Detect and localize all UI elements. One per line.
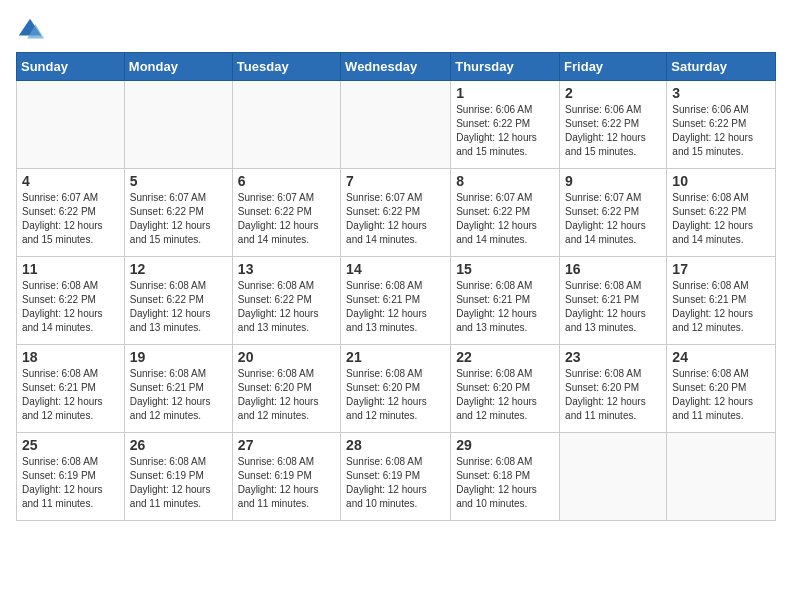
calendar-cell: 22Sunrise: 6:08 AM Sunset: 6:20 PM Dayli… bbox=[451, 345, 560, 433]
day-info: Sunrise: 6:08 AM Sunset: 6:19 PM Dayligh… bbox=[238, 455, 335, 511]
day-info: Sunrise: 6:06 AM Sunset: 6:22 PM Dayligh… bbox=[456, 103, 554, 159]
calendar-cell: 13Sunrise: 6:08 AM Sunset: 6:22 PM Dayli… bbox=[232, 257, 340, 345]
calendar-cell: 5Sunrise: 6:07 AM Sunset: 6:22 PM Daylig… bbox=[124, 169, 232, 257]
calendar-cell: 20Sunrise: 6:08 AM Sunset: 6:20 PM Dayli… bbox=[232, 345, 340, 433]
calendar-cell: 8Sunrise: 6:07 AM Sunset: 6:22 PM Daylig… bbox=[451, 169, 560, 257]
day-info: Sunrise: 6:06 AM Sunset: 6:22 PM Dayligh… bbox=[565, 103, 661, 159]
calendar-cell: 16Sunrise: 6:08 AM Sunset: 6:21 PM Dayli… bbox=[560, 257, 667, 345]
day-number: 22 bbox=[456, 349, 554, 365]
day-number: 4 bbox=[22, 173, 119, 189]
calendar-cell bbox=[341, 81, 451, 169]
day-info: Sunrise: 6:08 AM Sunset: 6:22 PM Dayligh… bbox=[672, 191, 770, 247]
calendar-cell: 19Sunrise: 6:08 AM Sunset: 6:21 PM Dayli… bbox=[124, 345, 232, 433]
day-info: Sunrise: 6:08 AM Sunset: 6:21 PM Dayligh… bbox=[456, 279, 554, 335]
day-info: Sunrise: 6:08 AM Sunset: 6:19 PM Dayligh… bbox=[130, 455, 227, 511]
calendar-week-row: 11Sunrise: 6:08 AM Sunset: 6:22 PM Dayli… bbox=[17, 257, 776, 345]
day-info: Sunrise: 6:07 AM Sunset: 6:22 PM Dayligh… bbox=[565, 191, 661, 247]
day-info: Sunrise: 6:08 AM Sunset: 6:22 PM Dayligh… bbox=[130, 279, 227, 335]
day-info: Sunrise: 6:08 AM Sunset: 6:21 PM Dayligh… bbox=[22, 367, 119, 423]
day-number: 27 bbox=[238, 437, 335, 453]
day-number: 17 bbox=[672, 261, 770, 277]
calendar-cell bbox=[667, 433, 776, 521]
calendar-cell bbox=[124, 81, 232, 169]
day-number: 29 bbox=[456, 437, 554, 453]
calendar-cell: 24Sunrise: 6:08 AM Sunset: 6:20 PM Dayli… bbox=[667, 345, 776, 433]
day-info: Sunrise: 6:08 AM Sunset: 6:21 PM Dayligh… bbox=[565, 279, 661, 335]
calendar-cell: 7Sunrise: 6:07 AM Sunset: 6:22 PM Daylig… bbox=[341, 169, 451, 257]
day-info: Sunrise: 6:08 AM Sunset: 6:20 PM Dayligh… bbox=[565, 367, 661, 423]
calendar-cell: 29Sunrise: 6:08 AM Sunset: 6:18 PM Dayli… bbox=[451, 433, 560, 521]
day-header-wednesday: Wednesday bbox=[341, 53, 451, 81]
day-number: 10 bbox=[672, 173, 770, 189]
day-number: 11 bbox=[22, 261, 119, 277]
calendar-cell: 21Sunrise: 6:08 AM Sunset: 6:20 PM Dayli… bbox=[341, 345, 451, 433]
day-info: Sunrise: 6:08 AM Sunset: 6:22 PM Dayligh… bbox=[22, 279, 119, 335]
day-info: Sunrise: 6:07 AM Sunset: 6:22 PM Dayligh… bbox=[22, 191, 119, 247]
day-header-thursday: Thursday bbox=[451, 53, 560, 81]
day-number: 1 bbox=[456, 85, 554, 101]
day-info: Sunrise: 6:08 AM Sunset: 6:20 PM Dayligh… bbox=[672, 367, 770, 423]
calendar-cell: 10Sunrise: 6:08 AM Sunset: 6:22 PM Dayli… bbox=[667, 169, 776, 257]
day-info: Sunrise: 6:08 AM Sunset: 6:20 PM Dayligh… bbox=[346, 367, 445, 423]
calendar-cell: 11Sunrise: 6:08 AM Sunset: 6:22 PM Dayli… bbox=[17, 257, 125, 345]
day-info: Sunrise: 6:08 AM Sunset: 6:19 PM Dayligh… bbox=[346, 455, 445, 511]
day-info: Sunrise: 6:08 AM Sunset: 6:18 PM Dayligh… bbox=[456, 455, 554, 511]
day-header-friday: Friday bbox=[560, 53, 667, 81]
calendar-cell: 17Sunrise: 6:08 AM Sunset: 6:21 PM Dayli… bbox=[667, 257, 776, 345]
day-number: 6 bbox=[238, 173, 335, 189]
calendar-cell: 12Sunrise: 6:08 AM Sunset: 6:22 PM Dayli… bbox=[124, 257, 232, 345]
day-number: 13 bbox=[238, 261, 335, 277]
day-number: 23 bbox=[565, 349, 661, 365]
calendar-cell: 25Sunrise: 6:08 AM Sunset: 6:19 PM Dayli… bbox=[17, 433, 125, 521]
day-number: 9 bbox=[565, 173, 661, 189]
calendar-header-row: SundayMondayTuesdayWednesdayThursdayFrid… bbox=[17, 53, 776, 81]
day-header-tuesday: Tuesday bbox=[232, 53, 340, 81]
calendar-cell: 28Sunrise: 6:08 AM Sunset: 6:19 PM Dayli… bbox=[341, 433, 451, 521]
day-number: 8 bbox=[456, 173, 554, 189]
logo-icon bbox=[16, 16, 44, 44]
day-header-saturday: Saturday bbox=[667, 53, 776, 81]
day-number: 18 bbox=[22, 349, 119, 365]
day-number: 12 bbox=[130, 261, 227, 277]
calendar-cell: 9Sunrise: 6:07 AM Sunset: 6:22 PM Daylig… bbox=[560, 169, 667, 257]
day-info: Sunrise: 6:07 AM Sunset: 6:22 PM Dayligh… bbox=[456, 191, 554, 247]
day-info: Sunrise: 6:07 AM Sunset: 6:22 PM Dayligh… bbox=[346, 191, 445, 247]
calendar-week-row: 25Sunrise: 6:08 AM Sunset: 6:19 PM Dayli… bbox=[17, 433, 776, 521]
calendar-cell bbox=[560, 433, 667, 521]
calendar-cell: 27Sunrise: 6:08 AM Sunset: 6:19 PM Dayli… bbox=[232, 433, 340, 521]
day-number: 20 bbox=[238, 349, 335, 365]
calendar-cell: 14Sunrise: 6:08 AM Sunset: 6:21 PM Dayli… bbox=[341, 257, 451, 345]
calendar-cell: 1Sunrise: 6:06 AM Sunset: 6:22 PM Daylig… bbox=[451, 81, 560, 169]
calendar-week-row: 4Sunrise: 6:07 AM Sunset: 6:22 PM Daylig… bbox=[17, 169, 776, 257]
calendar-cell: 6Sunrise: 6:07 AM Sunset: 6:22 PM Daylig… bbox=[232, 169, 340, 257]
day-number: 7 bbox=[346, 173, 445, 189]
calendar-cell: 23Sunrise: 6:08 AM Sunset: 6:20 PM Dayli… bbox=[560, 345, 667, 433]
day-info: Sunrise: 6:07 AM Sunset: 6:22 PM Dayligh… bbox=[130, 191, 227, 247]
day-info: Sunrise: 6:08 AM Sunset: 6:22 PM Dayligh… bbox=[238, 279, 335, 335]
calendar-cell: 15Sunrise: 6:08 AM Sunset: 6:21 PM Dayli… bbox=[451, 257, 560, 345]
calendar-cell: 2Sunrise: 6:06 AM Sunset: 6:22 PM Daylig… bbox=[560, 81, 667, 169]
calendar-cell: 26Sunrise: 6:08 AM Sunset: 6:19 PM Dayli… bbox=[124, 433, 232, 521]
day-info: Sunrise: 6:08 AM Sunset: 6:20 PM Dayligh… bbox=[238, 367, 335, 423]
day-info: Sunrise: 6:08 AM Sunset: 6:21 PM Dayligh… bbox=[130, 367, 227, 423]
day-number: 24 bbox=[672, 349, 770, 365]
day-header-monday: Monday bbox=[124, 53, 232, 81]
day-number: 5 bbox=[130, 173, 227, 189]
day-number: 16 bbox=[565, 261, 661, 277]
calendar-cell: 3Sunrise: 6:06 AM Sunset: 6:22 PM Daylig… bbox=[667, 81, 776, 169]
day-number: 3 bbox=[672, 85, 770, 101]
logo bbox=[16, 16, 48, 44]
day-number: 14 bbox=[346, 261, 445, 277]
day-info: Sunrise: 6:08 AM Sunset: 6:20 PM Dayligh… bbox=[456, 367, 554, 423]
calendar-cell bbox=[17, 81, 125, 169]
calendar-cell bbox=[232, 81, 340, 169]
day-info: Sunrise: 6:08 AM Sunset: 6:21 PM Dayligh… bbox=[672, 279, 770, 335]
calendar-week-row: 18Sunrise: 6:08 AM Sunset: 6:21 PM Dayli… bbox=[17, 345, 776, 433]
day-number: 2 bbox=[565, 85, 661, 101]
calendar-cell: 18Sunrise: 6:08 AM Sunset: 6:21 PM Dayli… bbox=[17, 345, 125, 433]
day-number: 28 bbox=[346, 437, 445, 453]
day-info: Sunrise: 6:06 AM Sunset: 6:22 PM Dayligh… bbox=[672, 103, 770, 159]
day-number: 19 bbox=[130, 349, 227, 365]
day-number: 15 bbox=[456, 261, 554, 277]
day-info: Sunrise: 6:08 AM Sunset: 6:19 PM Dayligh… bbox=[22, 455, 119, 511]
